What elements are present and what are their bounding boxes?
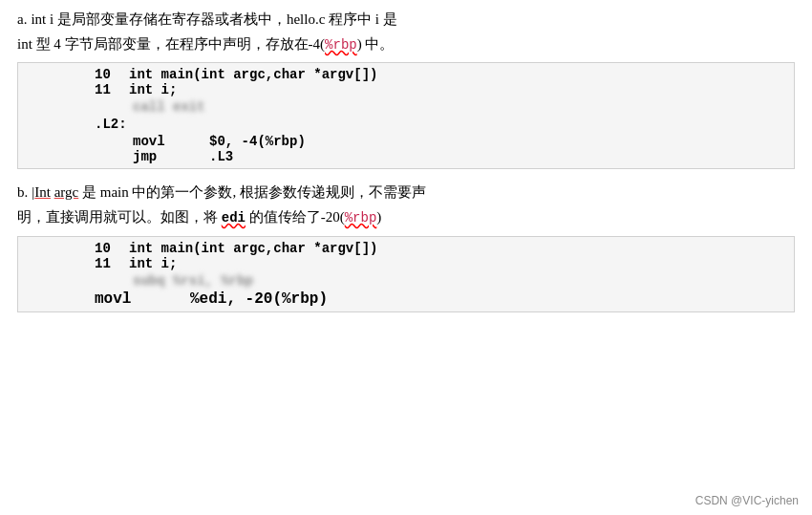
argc-underlined: argc [54, 184, 79, 200]
line-num-b-11: 11 [95, 256, 123, 271]
asm-instr-movl: movl $0, -4(%rbp) [18, 134, 794, 149]
section-a-text3: ) 中。 [357, 36, 395, 52]
asm-instr-jmp: jmp .L3 [18, 149, 794, 164]
code-line-11: 11 int i; [18, 82, 794, 97]
watermark: CSDN @VIC-yichen [695, 494, 799, 507]
code-text-10: int main(int argc,char *argv[]) [129, 67, 377, 82]
code-block-a: 10 int main(int argc,char *argv[]) 11 in… [17, 62, 795, 169]
blurred-text-b: subq %rsi, %rbp [133, 273, 253, 289]
code-text-b-10: int main(int argc,char *argv[]) [129, 241, 377, 256]
section-b-text4: ) [376, 209, 381, 225]
blurred-line-b: subq %rsi, %rbp [18, 273, 794, 289]
section-a-line1: a. int i 是局部变量存储在寄存器或者栈中，hello.c 程序中 i 是 [17, 8, 795, 32]
label-a: a. [17, 8, 27, 32]
asm-op-jmp: jmp [133, 149, 209, 164]
asm-instr-b-movl: movl %edi, -20(%rbp) [18, 290, 794, 308]
asm-label-l2: .L2: [18, 117, 794, 132]
code-line-b-11: 11 int i; [18, 256, 794, 271]
asm-op-b-movl: movl [95, 290, 190, 308]
code-block-b: 10 int main(int argc,char *argv[]) 11 in… [17, 236, 795, 312]
asm-operand-movl: $0, -4(%rbp) [209, 134, 306, 149]
main-content: a. int i 是局部变量存储在寄存器或者栈中，hello.c 程序中 i 是… [0, 0, 812, 328]
code-line-10: 10 int main(int argc,char *argv[]) [18, 67, 794, 82]
section-a-text1: int i 是局部变量存储在寄存器或者栈中，hello.c 程序中 i 是 [31, 8, 396, 32]
blurred-text-a: call exit [133, 99, 205, 115]
section-b-line1: b. |Int argc 是 main 中的第一个参数, 根据参数传递规则，不需… [17, 181, 795, 205]
int-underlined: Int [34, 184, 51, 200]
code-line-b-10: 10 int main(int argc,char *argv[]) [18, 241, 794, 256]
edi-code: edi [222, 210, 246, 225]
section-a-text2: int 型 4 字节局部变量，在程序中声明，存放在-4( [17, 36, 325, 52]
line-num-10: 10 [95, 67, 123, 82]
rbp-code-1: %rbp [325, 37, 357, 53]
asm-operand-b-movl: %edi, -20(%rbp) [190, 290, 328, 308]
asm-operand-jmp: .L3 [209, 149, 233, 164]
section-b-text1: |Int argc 是 main 中的第一个参数, 根据参数传递规则，不需要声 [32, 181, 426, 205]
asm-op-movl: movl [133, 134, 209, 149]
label-b: b. [17, 181, 28, 205]
section-b-text3: 的值传给了-20( [246, 209, 345, 225]
section-b-line2: 明，直接调用就可以。如图，将 edi 的值传给了-20(%rbp) [17, 205, 795, 230]
section-a: a. int i 是局部变量存储在寄存器或者栈中，hello.c 程序中 i 是… [17, 8, 795, 175]
section-b: b. |Int argc 是 main 中的第一个参数, 根据参数传递规则，不需… [17, 181, 795, 311]
section-a-line2: int 型 4 字节局部变量，在程序中声明，存放在-4(%rbp) 中。 [17, 32, 795, 57]
blurred-line-a: call exit [18, 99, 794, 115]
code-text-11: int i; [129, 82, 177, 97]
rbp-code-2: %rbp [345, 210, 377, 225]
line-num-11: 11 [95, 82, 123, 97]
section-b-text2: 明，直接调用就可以。如图，将 [17, 209, 222, 225]
code-text-b-11: int i; [129, 256, 177, 271]
line-num-b-10: 10 [95, 241, 123, 256]
